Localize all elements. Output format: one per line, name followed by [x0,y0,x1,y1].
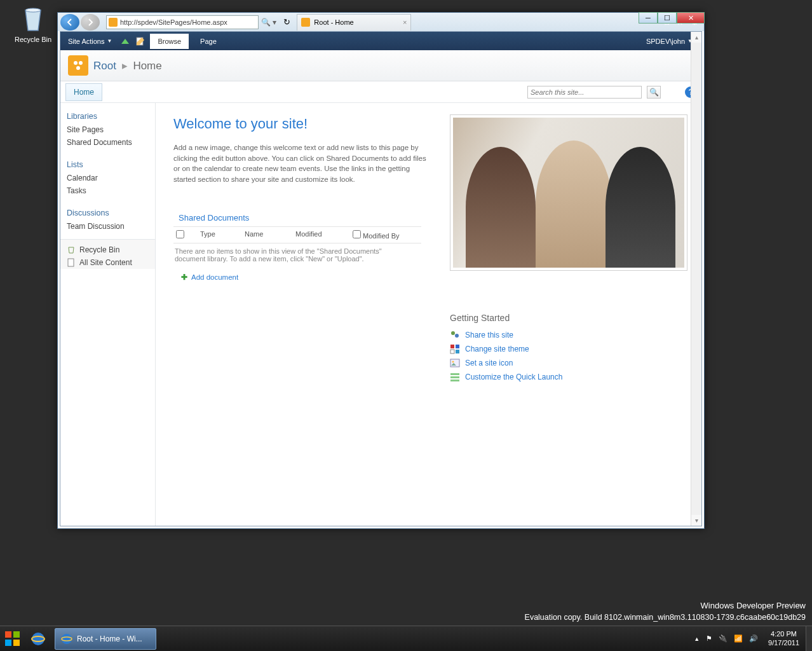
minimize-button[interactable]: ─ [639,12,658,24]
taskbar: Root - Home - Wi... ▲ ⚑ 🔌 📶 🔊 4:20 PM 9/… [0,626,812,651]
nav-team-discussion[interactable]: Team Discussion [60,220,155,233]
svg-point-6 [451,331,455,335]
nav-shared-documents[interactable]: Shared Documents [60,136,155,149]
scroll-down-icon[interactable]: ▾ [691,515,701,526]
close-button[interactable]: ✕ [677,12,705,24]
site-actions-menu[interactable]: Site Actions ▼ [64,36,116,47]
sp-ribbon: Site Actions ▼ Browse Page SPDEV\john ▼ [60,32,701,50]
forward-button[interactable] [81,14,100,31]
nav-header-lists[interactable]: Lists [60,158,155,172]
search-glyph-icon[interactable]: 🔍 ▾ [259,18,279,27]
user-menu[interactable]: SPDEV\john ▼ [641,38,698,45]
site-favicon-icon [109,18,118,27]
search-go-button[interactable]: 🔍 [647,86,661,99]
system-tray: ▲ ⚑ 🔌 📶 🔊 4:20 PM 9/17/2011 [694,630,806,647]
getting-started-title: Getting Started [450,313,687,323]
svg-rect-12 [450,359,459,367]
maximize-button[interactable]: ☐ [658,12,677,24]
scrollbar[interactable]: ▴ ▾ [691,32,701,526]
svg-point-23 [62,634,72,644]
svg-point-4 [76,66,80,70]
list-icon [450,372,460,382]
svg-rect-18 [13,631,20,638]
site-logo-icon[interactable] [68,55,88,76]
flag-icon[interactable]: ⚑ [706,634,712,643]
crumb-current: Home [133,60,161,72]
tab-browse[interactable]: Browse [150,34,189,49]
tab-page[interactable]: Page [193,34,224,49]
search-input[interactable] [527,86,642,99]
tab-close-icon[interactable]: × [403,18,407,26]
url-text: http://spdev/SitePages/Home.aspx [120,18,227,26]
document-icon [67,258,76,267]
gs-set-icon[interactable]: Set a site icon [450,356,687,370]
gs-change-theme[interactable]: Change site theme [450,342,687,356]
add-document-link[interactable]: ✚ Add document [173,273,684,282]
ie-window: http://spdev/SitePages/Home.aspx 🔍 ▾ ↻ R… [57,12,705,529]
watermark-line1: Windows Developer Preview [701,601,806,610]
start-button[interactable] [0,626,25,652]
svg-rect-14 [450,373,459,375]
chevron-right-icon: ▸ [122,60,128,72]
svg-point-3 [79,61,83,65]
quick-launch: Libraries Site Pages Shared Documents Li… [60,103,156,526]
taskbar-ie-pinned[interactable] [25,628,51,650]
col-modified-by[interactable]: Modified By [363,232,399,240]
navigate-up-icon[interactable] [119,36,131,47]
svg-point-2 [74,61,78,65]
svg-point-7 [455,334,459,338]
tab-title: Root - Home [314,18,353,26]
ie-icon [60,633,73,645]
theme-icon [450,344,460,354]
nav-calendar[interactable]: Calendar [60,172,155,184]
plus-icon: ✚ [181,273,187,282]
recycle-bin-label: Recycle Bin [13,36,53,43]
welcome-body: Add a new image, change this welcome tex… [173,142,428,185]
crumb-root[interactable]: Root [93,60,116,72]
svg-rect-16 [450,380,459,381]
ie-titlebar: http://spdev/SitePages/Home.aspx 🔍 ▾ ↻ R… [58,13,704,31]
nav-tasks[interactable]: Tasks [60,184,155,197]
breadcrumb: Root ▸ Home [93,59,162,72]
col-modifiedby-checkbox[interactable] [353,230,361,238]
scroll-up-icon[interactable]: ▴ [691,32,701,43]
empty-message: There are no items to show in this view … [173,243,409,266]
volume-icon[interactable]: 🔊 [749,634,758,643]
browser-tab[interactable]: Root - Home × [297,14,411,31]
col-type[interactable]: Type [200,230,232,240]
svg-rect-8 [450,345,454,348]
taskbar-active-window[interactable]: Root - Home - Wi... [55,628,156,650]
user-label: SPDEV\john [646,38,685,45]
select-all-checkbox[interactable] [176,230,184,238]
svg-rect-10 [450,350,454,353]
show-desktop-button[interactable] [806,626,812,652]
title-area: Root ▸ Home [60,50,701,81]
tab-favicon-icon [301,18,310,27]
topnav-home[interactable]: Home [65,83,102,101]
clock[interactable]: 4:20 PM 9/17/2011 [764,630,803,647]
recycle-bin-desktop[interactable]: Recycle Bin [13,4,53,43]
back-button[interactable] [60,14,79,31]
col-name[interactable]: Name [245,230,283,240]
nav-header-libraries[interactable]: Libraries [60,109,155,123]
nav-all-site-content[interactable]: All Site Content [60,256,155,269]
top-bar: Home 🔍 ? [60,81,701,103]
svg-rect-11 [456,350,459,353]
power-icon[interactable]: 🔌 [719,634,727,643]
tray-expand-icon[interactable]: ▲ [694,636,700,642]
nav-site-pages[interactable]: Site Pages [60,123,155,136]
network-icon[interactable]: 📶 [734,634,743,643]
share-icon [450,330,460,340]
edit-page-icon[interactable] [135,36,146,47]
svg-rect-17 [5,631,11,638]
address-bar[interactable]: http://spdev/SitePages/Home.aspx [106,15,259,29]
gs-customize-quick-launch[interactable]: Customize the Quick Launch [450,370,687,384]
getting-started-panel: Getting Started Share this site Change s… [450,313,687,384]
nav-header-discussions[interactable]: Discussions [60,206,155,220]
gs-share-site[interactable]: Share this site [450,328,687,342]
watermark-line2: Evaluation copy. Build 8102.winmain_win8… [525,613,806,622]
col-modified[interactable]: Modified [295,230,340,240]
search-icon: 🔍 [649,88,659,97]
refresh-button[interactable]: ↻ [280,16,293,29]
nav-recycle-bin[interactable]: Recycle Bin [60,243,155,256]
